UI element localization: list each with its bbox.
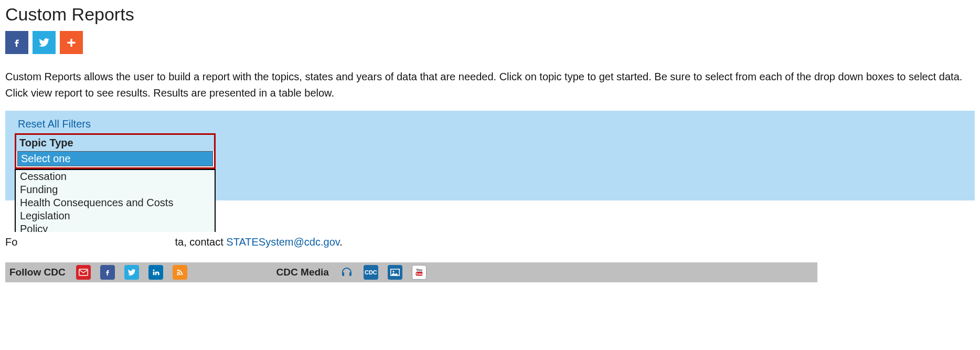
intro-paragraph: Custom Reports allows the user to build …: [5, 69, 975, 101]
topic-type-label: Topic Type: [15, 133, 216, 151]
dropdown-option[interactable]: Health Consequences and Costs: [16, 196, 215, 209]
twitter-share-button[interactable]: [33, 31, 56, 54]
addthis-share-button[interactable]: +: [60, 31, 83, 54]
topic-type-selected-option[interactable]: Select one: [18, 152, 212, 166]
topic-type-select[interactable]: Select one: [15, 151, 216, 169]
topic-type-control: Topic Type Select one Cessation Funding …: [15, 133, 216, 169]
dropdown-option[interactable]: Policy: [16, 222, 215, 232]
topic-type-dropdown: Cessation Funding Health Consequences an…: [15, 169, 216, 232]
reset-all-filters-link[interactable]: Reset All Filters: [18, 118, 91, 130]
share-row: +: [5, 31, 975, 54]
dropdown-option[interactable]: Legislation: [16, 209, 215, 222]
filter-panel: Reset All Filters Topic Type Select one …: [5, 111, 975, 200]
facebook-icon: [11, 37, 23, 48]
dropdown-option[interactable]: Funding: [16, 183, 215, 196]
plus-icon: +: [67, 34, 76, 51]
dropdown-option[interactable]: Cessation: [16, 170, 215, 183]
facebook-share-button[interactable]: [5, 31, 28, 54]
page-title: Custom Reports: [5, 4, 975, 25]
twitter-icon: [38, 36, 50, 49]
